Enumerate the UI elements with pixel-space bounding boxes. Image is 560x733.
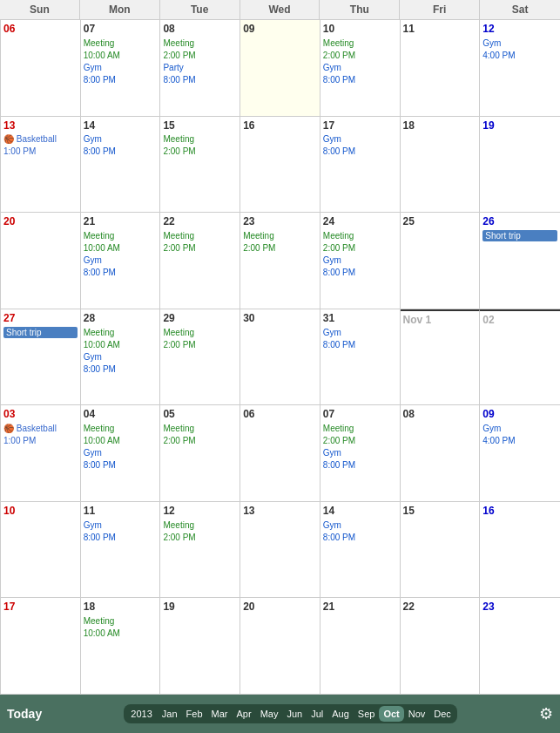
- event-bar[interactable]: Short trip: [482, 230, 557, 241]
- day-cell[interactable]: 24Meeting2:00 PMGym8:00 PM: [320, 213, 401, 309]
- day-cell[interactable]: 18Meeting10:00 AM: [81, 598, 161, 695]
- day-cell[interactable]: 27Short trip: [1, 309, 81, 406]
- event[interactable]: 8:00 PM: [323, 459, 397, 471]
- event[interactable]: Meeting: [323, 230, 397, 241]
- event[interactable]: 8:00 PM: [323, 267, 397, 278]
- today-button[interactable]: Today: [7, 707, 42, 721]
- event[interactable]: 2:00 PM: [323, 50, 397, 61]
- event[interactable]: Meeting: [84, 327, 158, 338]
- event[interactable]: 8:00 PM: [84, 267, 158, 278]
- day-cell[interactable]: 21: [320, 598, 401, 695]
- day-cell[interactable]: 20: [240, 598, 320, 695]
- event[interactable]: 2:00 PM: [323, 242, 397, 254]
- event[interactable]: Gym: [482, 37, 557, 49]
- event[interactable]: 8:00 PM: [163, 74, 237, 85]
- event[interactable]: Meeting: [323, 37, 397, 49]
- month-tab-jun[interactable]: Jun: [282, 706, 307, 722]
- event[interactable]: Gym: [323, 133, 397, 145]
- day-cell[interactable]: 06: [240, 405, 320, 502]
- event[interactable]: Meeting: [163, 230, 237, 241]
- day-cell[interactable]: 16: [240, 117, 320, 214]
- day-cell[interactable]: 19: [480, 117, 560, 214]
- event[interactable]: Meeting: [163, 37, 237, 49]
- month-tab-aug[interactable]: Aug: [327, 706, 354, 722]
- day-cell[interactable]: 05Meeting2:00 PM: [160, 405, 240, 502]
- event[interactable]: Party: [163, 62, 237, 73]
- event[interactable]: Gym: [84, 447, 158, 458]
- day-cell[interactable]: 13🏀 Basketball1:00 PM: [1, 117, 81, 214]
- event[interactable]: 8:00 PM: [323, 532, 397, 543]
- event[interactable]: 2:00 PM: [323, 435, 397, 446]
- event[interactable]: 8:00 PM: [323, 339, 397, 350]
- month-tab-feb[interactable]: Feb: [182, 706, 207, 722]
- day-cell[interactable]: 20: [1, 213, 81, 309]
- day-cell[interactable]: 13: [240, 502, 320, 599]
- day-cell[interactable]: Nov 1: [401, 309, 481, 406]
- day-cell[interactable]: 02: [480, 309, 560, 406]
- day-cell[interactable]: 08Meeting2:00 PMParty8:00 PM: [160, 20, 240, 117]
- event[interactable]: 2:00 PM: [163, 50, 237, 61]
- event[interactable]: Gym: [323, 62, 397, 73]
- day-cell[interactable]: 03🏀 Basketball1:00 PM: [1, 405, 81, 502]
- day-cell[interactable]: 31Gym8:00 PM: [320, 309, 401, 406]
- event[interactable]: 1:00 PM: [3, 146, 78, 157]
- event[interactable]: 10:00 AM: [84, 339, 158, 350]
- event[interactable]: 8:00 PM: [84, 459, 158, 471]
- event[interactable]: Meeting: [163, 133, 237, 145]
- month-tab-nov[interactable]: Nov: [404, 706, 430, 722]
- day-cell[interactable]: 22Meeting2:00 PM: [160, 213, 240, 309]
- month-tab-apr[interactable]: Apr: [233, 706, 256, 722]
- day-cell[interactable]: 18: [401, 117, 481, 214]
- event[interactable]: Meeting: [163, 327, 237, 338]
- event[interactable]: 2:00 PM: [163, 146, 237, 157]
- day-cell[interactable]: 07Meeting10:00 AMGym8:00 PM: [81, 20, 161, 117]
- event[interactable]: 8:00 PM: [84, 532, 158, 543]
- event[interactable]: 8:00 PM: [84, 146, 158, 157]
- day-cell[interactable]: 04Meeting10:00 AMGym8:00 PM: [81, 405, 161, 502]
- event[interactable]: Gym: [323, 255, 397, 266]
- event[interactable]: 10:00 AM: [84, 242, 158, 254]
- event-bar[interactable]: Short trip: [3, 327, 78, 338]
- day-cell[interactable]: 14Gym8:00 PM: [81, 117, 161, 214]
- day-cell[interactable]: 17Gym8:00 PM: [320, 117, 401, 214]
- month-tab-jan[interactable]: Jan: [158, 706, 182, 722]
- day-cell[interactable]: 10: [1, 502, 81, 599]
- day-cell[interactable]: 22: [401, 598, 481, 695]
- event[interactable]: Gym: [323, 447, 397, 458]
- month-tab-may[interactable]: May: [256, 706, 283, 722]
- event[interactable]: Gym: [323, 327, 397, 338]
- event[interactable]: 4:00 PM: [482, 435, 557, 446]
- event[interactable]: 10:00 AM: [84, 435, 158, 446]
- event[interactable]: Meeting: [163, 519, 237, 531]
- event[interactable]: 8:00 PM: [84, 363, 158, 375]
- event[interactable]: 2:00 PM: [163, 339, 237, 350]
- day-cell[interactable]: 07Meeting2:00 PMGym8:00 PM: [320, 405, 401, 502]
- event[interactable]: Gym: [84, 351, 158, 363]
- event[interactable]: Gym: [84, 62, 158, 73]
- day-cell[interactable]: 10Meeting2:00 PMGym8:00 PM: [320, 20, 401, 117]
- day-cell[interactable]: 23Meeting2:00 PM: [240, 213, 320, 309]
- event[interactable]: 🏀 Basketball: [3, 133, 78, 145]
- event[interactable]: Meeting: [163, 423, 237, 434]
- event[interactable]: Meeting: [323, 423, 397, 434]
- event[interactable]: 10:00 AM: [84, 628, 158, 639]
- event[interactable]: 10:00 AM: [84, 50, 158, 61]
- event[interactable]: Gym: [84, 519, 158, 531]
- event[interactable]: 2:00 PM: [243, 242, 317, 254]
- month-tab-jul[interactable]: Jul: [307, 706, 327, 722]
- day-cell[interactable]: 11Gym8:00 PM: [81, 502, 161, 599]
- day-cell[interactable]: 15Meeting2:00 PM: [160, 117, 240, 214]
- day-cell[interactable]: 16: [480, 502, 560, 599]
- month-tab-mar[interactable]: Mar: [207, 706, 233, 722]
- event[interactable]: 1:00 PM: [3, 435, 78, 446]
- day-cell[interactable]: 23: [480, 598, 560, 695]
- event[interactable]: 4:00 PM: [482, 50, 557, 61]
- year-tab[interactable]: 2013: [125, 706, 157, 722]
- event[interactable]: Meeting: [84, 37, 158, 49]
- event[interactable]: 8:00 PM: [84, 74, 158, 85]
- event[interactable]: Gym: [84, 255, 158, 266]
- day-cell[interactable]: 25: [401, 213, 481, 309]
- event[interactable]: Meeting: [84, 423, 158, 434]
- event[interactable]: Meeting: [84, 230, 158, 241]
- event[interactable]: Gym: [84, 133, 158, 145]
